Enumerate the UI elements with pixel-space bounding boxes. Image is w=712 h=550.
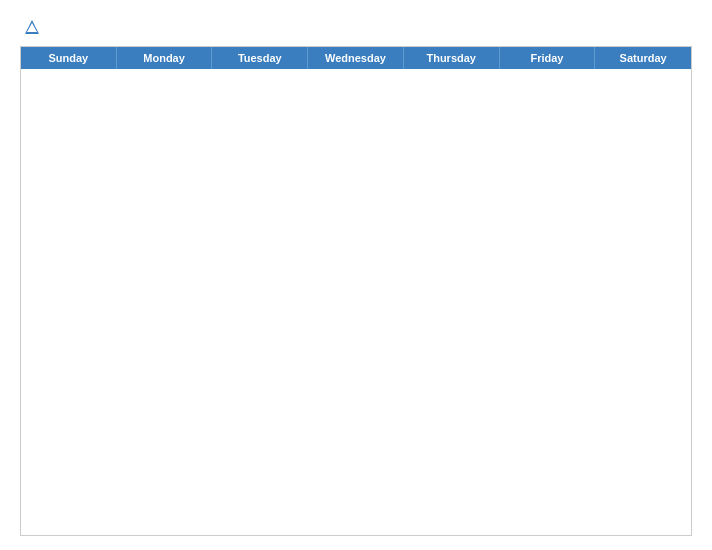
dow-cell-sunday: Sunday [21,47,117,69]
dow-cell-thursday: Thursday [404,47,500,69]
page-header [20,18,692,36]
logo [20,18,41,36]
days-of-week-header: SundayMondayTuesdayWednesdayThursdayFrid… [21,47,691,69]
calendar-page: SundayMondayTuesdayWednesdayThursdayFrid… [0,0,712,550]
calendar-grid: SundayMondayTuesdayWednesdayThursdayFrid… [20,46,692,536]
weeks-container [21,69,691,535]
dow-cell-friday: Friday [500,47,596,69]
dow-cell-monday: Monday [117,47,213,69]
dow-cell-tuesday: Tuesday [212,47,308,69]
dow-cell-saturday: Saturday [595,47,691,69]
logo-icon [23,18,41,36]
dow-cell-wednesday: Wednesday [308,47,404,69]
